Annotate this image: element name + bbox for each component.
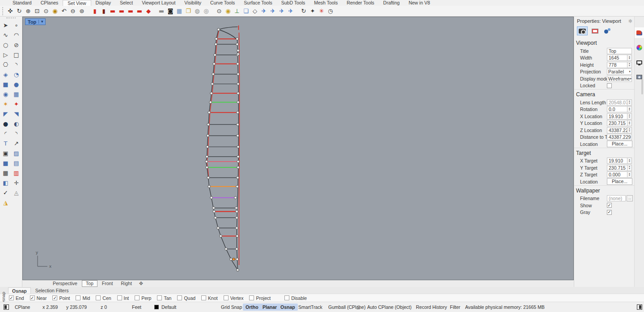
width-field[interactable]: 1645: [607, 55, 627, 61]
zoom-1to1-icon[interactable]: ⊚: [77, 7, 86, 16]
layer-color-swatch[interactable]: [154, 305, 159, 309]
move-icon[interactable]: ↗: [11, 138, 22, 148]
sidebar-grip[interactable]: [6, 17, 16, 20]
left-panel-toggle-icon[interactable]: [4, 304, 9, 310]
z-target-field[interactable]: 0.000: [607, 171, 627, 178]
status-toggle-gumball-cplane[interactable]: Gumball (CPlane): [326, 303, 368, 311]
array-linear-icon[interactable]: ▥: [11, 168, 22, 178]
dolly-tab[interactable]: [602, 26, 613, 35]
checkbox-icon[interactable]: ✓: [9, 295, 14, 300]
menu-tab-curve-tools[interactable]: Curve Tools: [206, 0, 239, 6]
viewport-tab-right[interactable]: Right: [117, 280, 136, 287]
osnap-tan[interactable]: Tan: [157, 295, 171, 301]
ellipse-icon[interactable]: ⊘: [11, 40, 22, 50]
rectangle-icon[interactable]: □: [11, 50, 22, 60]
boolean-union-icon[interactable]: ●: [0, 119, 11, 128]
spinner-icon[interactable]: ▲▼: [627, 55, 632, 61]
viewport-layout-icon[interactable]: ❏: [242, 7, 250, 16]
status-toggle-smarttrack[interactable]: SmartTrack: [296, 303, 325, 311]
text-icon[interactable]: T: [0, 138, 11, 148]
status-toggle-record-history[interactable]: Record History: [413, 303, 449, 311]
menu-tab-mesh-tools[interactable]: Mesh Tools: [309, 0, 342, 6]
checkbox-icon[interactable]: [76, 295, 80, 300]
torus-solid-icon[interactable]: ◉: [0, 89, 11, 99]
osnap-quad[interactable]: Quad: [177, 295, 195, 301]
viewport-title[interactable]: Top: [25, 19, 38, 25]
offset-surface-icon[interactable]: ▤: [11, 158, 22, 168]
lens-length-field[interactable]: 20548.074: [607, 99, 627, 106]
zoom-out-icon[interactable]: ⊖: [68, 7, 77, 16]
x-target-field[interactable]: 19.910: [607, 158, 627, 164]
solid-tools-icon[interactable]: ■: [0, 158, 11, 168]
osnap-disable[interactable]: Disable: [284, 295, 307, 301]
surface-bend-icon[interactable]: ◔: [11, 69, 22, 79]
blend-curve-icon[interactable]: ◝: [11, 128, 22, 138]
cplane-button[interactable]: CPlane: [15, 304, 30, 310]
status-toggle-ortho[interactable]: Ortho: [243, 303, 261, 311]
front-view-car-icon[interactable]: ▬: [108, 7, 117, 16]
menu-tab-new-in-v8[interactable]: New in V8: [404, 0, 435, 6]
projection-dropdown[interactable]: Parallel▾: [607, 68, 632, 75]
spinner-icon[interactable]: ▲▼: [627, 113, 632, 120]
show-checkbox[interactable]: ✓: [607, 203, 612, 208]
zoom-dynamic-icon[interactable]: ⊕: [24, 7, 33, 16]
copy-icon[interactable]: ▨: [11, 148, 22, 158]
turntable-360-icon[interactable]: ↻: [299, 7, 308, 16]
walk-person-icon[interactable]: ✦: [308, 7, 317, 16]
menu-tab-subd-tools[interactable]: SubD Tools: [277, 0, 310, 6]
status-toggle-osnap[interactable]: Osnap: [278, 303, 298, 311]
checkbox-icon[interactable]: [117, 295, 122, 300]
status-toggle-filter[interactable]: Filter: [447, 303, 463, 311]
named-views-folder-icon[interactable]: ❐: [184, 7, 193, 16]
units-button[interactable]: Feet: [132, 304, 141, 310]
plan-view-icon[interactable]: ⊥: [233, 7, 242, 16]
current-layer-button[interactable]: Default: [161, 304, 176, 310]
trim-icon[interactable]: ✛: [11, 178, 22, 188]
checkbox-icon[interactable]: [249, 295, 254, 300]
menu-tab-surface-tools[interactable]: Surface Tools: [239, 0, 276, 6]
locked-checkbox[interactable]: [607, 83, 612, 88]
display-panel-tab[interactable]: [635, 42, 644, 53]
pyramid-icon[interactable]: ◮: [0, 197, 11, 207]
checkbox-icon[interactable]: [96, 295, 101, 300]
distance-to-ta-field[interactable]: 43387.229: [607, 134, 632, 140]
cap-holes-icon[interactable]: ◬: [11, 188, 22, 197]
spinner-icon[interactable]: ▲▼: [627, 165, 632, 171]
chevron-down-icon[interactable]: ▼: [38, 20, 45, 24]
spinner-icon[interactable]: ▲▼: [627, 120, 632, 126]
group-icon[interactable]: ▣: [0, 148, 11, 158]
menu-tab-standard[interactable]: Standard: [8, 0, 36, 6]
gear-icon[interactable]: ✻: [628, 18, 632, 24]
flag-blue-icon[interactable]: ◤: [0, 109, 11, 119]
properties-panel-tab[interactable]: [635, 27, 644, 38]
osnap-tab-osnap[interactable]: Osnap: [8, 287, 31, 294]
height-field[interactable]: 778: [607, 62, 627, 68]
menu-tab-render-tools[interactable]: Render Tools: [342, 0, 379, 6]
menu-tab-visibility[interactable]: Visibility: [180, 0, 206, 6]
new-viewport-tab-icon[interactable]: ✥: [139, 281, 143, 286]
status-toggle-grid-snap[interactable]: Grid Snap: [218, 303, 245, 311]
toolbar-grip[interactable]: [2, 7, 4, 15]
walkabout-view-icon[interactable]: ▬: [157, 7, 166, 16]
back-view-car-icon[interactable]: ▬: [135, 7, 144, 16]
screen-panel-tab[interactable]: [635, 57, 644, 68]
save-named-view-icon[interactable]: ▦: [175, 7, 184, 16]
filename-field[interactable]: (none): [607, 195, 626, 201]
camera-icon[interactable]: ◙: [166, 7, 175, 16]
boolean-diff-icon[interactable]: ◐: [11, 119, 22, 128]
rotate-icon[interactable]: ◧: [0, 178, 11, 188]
viewport-tab-perspective[interactable]: Perspective: [49, 280, 81, 287]
hexagon-icon[interactable]: ⎔: [0, 60, 11, 69]
perspective-view-car-icon[interactable]: ◆: [144, 7, 153, 16]
spinner-icon[interactable]: ▲▼: [627, 171, 632, 178]
right-panel-toggle-icon[interactable]: [637, 304, 642, 310]
bottom-view-car-icon[interactable]: ▮: [99, 7, 108, 16]
place-button[interactable]: Place...: [607, 141, 632, 147]
orbit-target-icon[interactable]: ◉: [224, 7, 233, 16]
x-location-field[interactable]: 19.910: [607, 113, 627, 120]
explode-icon[interactable]: ✶: [0, 99, 11, 109]
spinner-icon[interactable]: ▲▼: [627, 99, 632, 106]
z-location-field[interactable]: 43387.229: [607, 127, 627, 133]
menu-tab-select[interactable]: Select: [115, 0, 137, 6]
undo-view-icon[interactable]: ↶: [59, 7, 68, 16]
